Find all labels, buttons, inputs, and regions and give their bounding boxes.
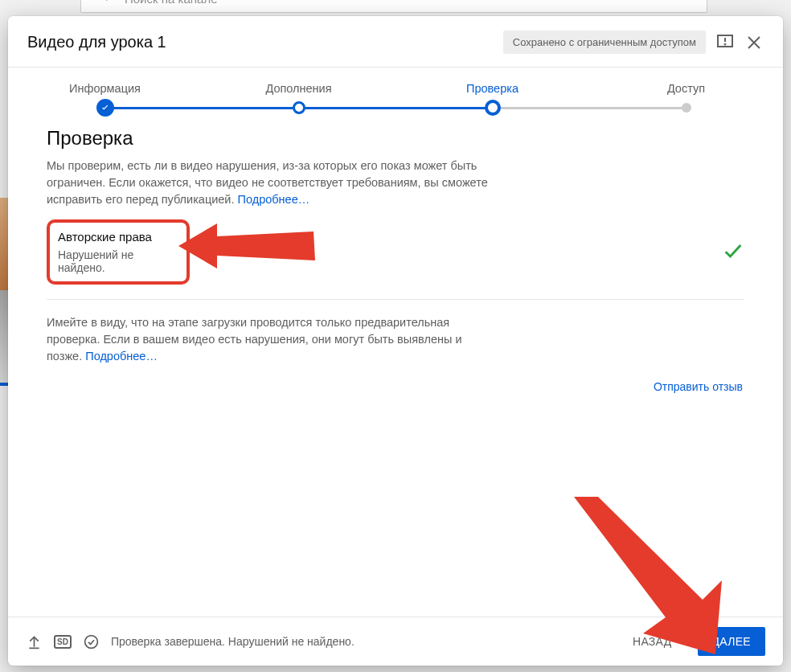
stepper-line-pending (493, 107, 686, 109)
step-dot-check-icon (96, 99, 114, 117)
step-checks[interactable]: Проверка (396, 82, 589, 116)
section-description: Мы проверим, есть ли в видео нарушения, … (47, 158, 497, 208)
step-info[interactable]: Информация (8, 82, 202, 117)
save-status-chip: Сохранено с ограниченным доступом (503, 31, 706, 54)
stepper: Информация Дополнения Проверка Доступ (8, 68, 783, 117)
feedback-row: Отправить отзыв (47, 379, 744, 394)
background-sidebar-strip (0, 198, 8, 386)
annotation-highlight-box: Авторские права Нарушений не найдено. (47, 219, 190, 285)
send-feedback-link[interactable]: Отправить отзыв (654, 380, 743, 393)
copyright-status: Нарушений не найдено. (58, 248, 177, 274)
step-dot (485, 100, 501, 116)
dialog-footer: SD Проверка завершена. Нарушений не найд… (8, 617, 783, 666)
upload-dialog: Видео для урока 1 Сохранено с ограниченн… (8, 16, 783, 666)
sd-quality-badge: SD (54, 635, 72, 649)
dialog-header: Видео для урока 1 Сохранено с ограниченн… (8, 16, 783, 68)
close-icon[interactable] (744, 33, 764, 52)
learn-more-link[interactable]: Подробнее… (85, 350, 158, 363)
learn-more-link[interactable]: Подробнее… (238, 193, 310, 206)
step-dot (682, 103, 691, 113)
search-placeholder: Поиск на канале (125, 0, 217, 6)
svg-point-2 (725, 43, 726, 44)
step-dot (293, 101, 305, 114)
footer-status-text: Проверка завершена. Нарушений не найдено… (111, 635, 607, 648)
back-button[interactable]: НАЗАД (618, 627, 686, 656)
copyright-title: Авторские права (58, 230, 177, 244)
checks-complete-icon (83, 633, 100, 650)
step-label: Информация (8, 82, 202, 95)
step-additions[interactable]: Дополнения (202, 82, 396, 114)
dialog-content: Проверка Мы проверим, есть ли в видео на… (8, 117, 783, 617)
svg-point-7 (85, 635, 98, 648)
disclaimer-note: Имейте в виду, что на этапе загрузки про… (47, 314, 497, 365)
dialog-title: Видео для урока 1 (27, 33, 494, 51)
checkmark-icon (722, 240, 744, 265)
channel-search-bar: Поиск на канале (80, 0, 707, 13)
upload-icon[interactable] (26, 633, 43, 650)
step-label: Проверка (396, 82, 589, 95)
next-button[interactable]: ДАЛЕЕ (698, 627, 766, 656)
step-label: Доступ (589, 82, 783, 95)
copyright-check-row: Авторские права Нарушений не найдено. (47, 219, 744, 300)
step-label: Дополнения (202, 82, 396, 95)
feedback-icon[interactable] (715, 33, 735, 52)
section-heading: Проверка (47, 127, 744, 150)
search-icon (94, 0, 110, 6)
